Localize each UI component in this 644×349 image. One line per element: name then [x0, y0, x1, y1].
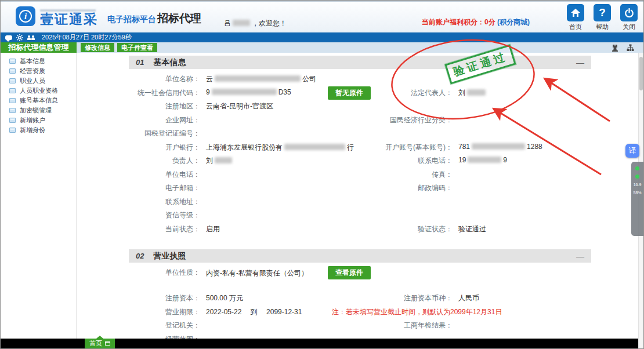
sidebar-item-business-qualification[interactable]: 经营资质 [1, 66, 76, 76]
field-row-reg-area: 注册地区： 云南省-昆明市-官渡区 [129, 101, 591, 115]
field-value: 刘 [458, 88, 487, 98]
field-label: 营业期限： [129, 307, 200, 317]
field-row-unit-nature: 单位性质： 内资-私有-私营有限责任（公司） 查看原件 [129, 268, 591, 293]
field-row-email: 电子邮箱： 邮政编码： [129, 183, 591, 197]
scrollbar-thumb[interactable] [639, 57, 643, 90]
header-nav: 首页 ? 帮助 关闭 [567, 4, 638, 31]
account-points: 当前账户福利积分：0分 (积分商城) [422, 17, 530, 27]
points-value: 0分 [484, 18, 495, 26]
field-label: 资信等级： [129, 210, 200, 220]
folder-icon [9, 88, 16, 93]
collapse-icon[interactable]: — [576, 58, 584, 67]
sidebar-item-cipher-lock[interactable]: 加密锁管理 [1, 106, 76, 115]
users-icon[interactable] [27, 35, 35, 40]
field-label: 当前状态： [129, 224, 200, 234]
field-value: 云公司 [206, 74, 316, 84]
sidebar-item-label: 经营资质 [20, 67, 45, 75]
sidebar-item-label: 新增身份 [20, 126, 45, 134]
folder-icon [9, 68, 16, 74]
sidebar-item-basic-info[interactable]: 基本信息 [1, 56, 76, 66]
redacted-text [467, 89, 486, 96]
sidebar-item-new-identity[interactable]: 新增身份 [1, 125, 76, 135]
field-row-bank: 开户银行： 上海浦东发展银行股份有行 开户账号(基本账号)： 7811288 [129, 143, 591, 157]
logo-icon: i [16, 6, 35, 26]
folder-icon [9, 78, 16, 83]
redacted-text [212, 89, 277, 95]
logo-i-glyph: i [19, 10, 32, 23]
greeting-suffix: ，欢迎您！ [252, 19, 287, 27]
message-icon[interactable] [5, 35, 12, 40]
status-dot [635, 174, 639, 179]
sidebar-item-label: 加密锁管理 [20, 106, 52, 115]
points-mall-link[interactable]: (积分商城) [497, 18, 530, 26]
redacted-text [284, 144, 345, 150]
field-label: 注册资本： [129, 293, 200, 303]
sidebar-item-new-account[interactable]: 新增账户 [1, 115, 76, 125]
view-original-button[interactable]: 查看原件 [328, 266, 371, 279]
home-icon[interactable] [567, 4, 584, 21]
field-row-authority: 登记机关： 工商年检结果： [129, 321, 591, 335]
field-label: 单位电话： [129, 170, 200, 180]
nav-home-button[interactable]: 首页 [567, 4, 584, 31]
module-name: 招标代理 [157, 11, 201, 26]
field-label: 登记机关： [129, 321, 200, 330]
sidebar-item-label: 新增账户 [20, 116, 45, 125]
field-label: 国民经济行业分类： [338, 115, 453, 125]
section-basic-info-header: 01 基本信息 — [129, 56, 591, 69]
tab-edit-info[interactable]: 修改信息 [81, 43, 114, 52]
folder-icon [9, 128, 16, 133]
folder-icon [9, 98, 16, 103]
field-label: 邮政编码： [338, 183, 453, 193]
greeting-prefix: 吕 [224, 19, 231, 27]
nav-help-button[interactable]: ? 帮助 [594, 4, 611, 31]
monitor-value: 58% [633, 191, 641, 195]
logo-title: 壹证通采 [40, 13, 98, 26]
field-row-manager: 负责人： 刘 联系电话： 199 [129, 156, 591, 170]
field-value: 云南省-昆明市-官渡区 [206, 101, 273, 111]
sidebar-title: 招标代理信息管理 [1, 42, 77, 53]
field-row-unit-tel: 单位电话： 传真： [129, 170, 591, 184]
sidebar-item-account-info[interactable]: 账号基本信息 [1, 96, 76, 106]
user-greeting: 吕，欢迎您！ [224, 19, 287, 28]
sidebar-item-professional-staff[interactable]: 职业人员 [1, 76, 76, 86]
sidebar-item-label: 职业人员 [20, 77, 45, 85]
field-row-status: 当前状态： 启用 验证状态： 验证通过 [129, 224, 591, 238]
sidebar-item-staff-qualification[interactable]: 人员职业资格 [1, 86, 76, 96]
folder-icon [9, 59, 16, 64]
field-label: 开户账号(基本账号)： [338, 143, 453, 152]
field-value: 2022-05-22 到 2099-12-31 [206, 307, 302, 317]
redacted-text [472, 143, 525, 150]
monitor-value: 16.9 [634, 183, 642, 187]
field-value: 验证通过 [458, 224, 486, 234]
power-icon[interactable] [620, 4, 638, 21]
section-number: 02 [136, 252, 144, 260]
field-value: 500.00 万元 [206, 293, 243, 303]
gear-icon[interactable] [16, 34, 23, 41]
points-label: 当前账户福利积分： [422, 18, 484, 26]
field-value: 刘 [206, 156, 234, 166]
sidebar-item-label: 账号基本信息 [20, 96, 58, 105]
footer-home-label: 首页 [89, 339, 102, 348]
field-label: 开户银行： [129, 143, 200, 152]
tab-efile-view[interactable]: 电子件查看 [117, 43, 157, 52]
field-label: 单位性质： [129, 268, 200, 278]
blue-toolbar: 2025年08月27日 20时27分59秒 [1, 32, 643, 42]
help-icon[interactable]: ? [594, 4, 611, 21]
redacted-text [215, 75, 301, 82]
status-dot [635, 166, 639, 170]
field-value: 人民币 [458, 293, 479, 303]
nav-close-button[interactable]: 关闭 [620, 4, 638, 31]
section-number: 01 [136, 58, 144, 67]
collapse-icon[interactable]: — [576, 252, 584, 261]
folder-icon [9, 108, 16, 113]
field-label: 法定代表人： [338, 88, 453, 98]
folder-icon [9, 118, 16, 123]
content-panel: 01 基本信息 — 单位名称： 云公司 统一社会信用代码： 9D35 暂无原件 … [77, 53, 643, 348]
field-label: 企业网址： [129, 115, 200, 125]
system-monitor-widget: 16.9 58% [631, 162, 643, 236]
translate-button[interactable]: 译 [625, 144, 639, 158]
field-row-address: 联系地址： [129, 197, 591, 211]
footer-home-tab[interactable]: 首页 [85, 339, 115, 348]
nav-close-label: 关闭 [623, 23, 635, 31]
platform-name: 电子招标平台 [107, 14, 156, 26]
